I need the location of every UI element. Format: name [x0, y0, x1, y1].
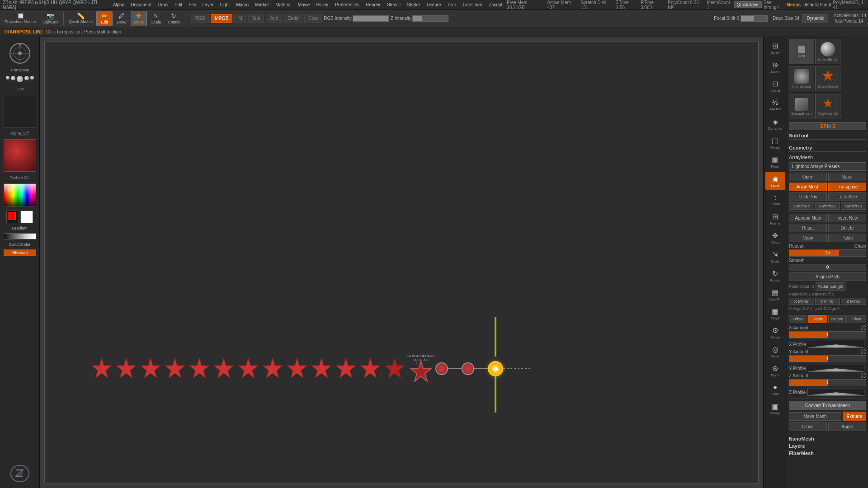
extrude-button[interactable]: Extrude	[843, 412, 866, 421]
solo-button[interactable]: ● Solo	[765, 380, 785, 399]
m-button[interactable]: M	[234, 14, 246, 23]
coat-button[interactable]: Coat	[304, 14, 322, 23]
sphere-brush-thumb[interactable]: SpheraBrush	[815, 39, 840, 64]
menu-layer[interactable]: Layer	[200, 1, 217, 8]
menu-edit[interactable]: Edit	[172, 1, 185, 8]
lock-size-button[interactable]: Lock Size	[828, 192, 866, 201]
y-amount-slider[interactable]: 1	[789, 355, 866, 362]
spit-thumb[interactable]: SPit	[789, 39, 814, 64]
add-button[interactable]: Add	[266, 14, 282, 23]
z-profile-curve[interactable]	[807, 389, 864, 396]
transpose-button[interactable]: Transpose	[828, 183, 866, 191]
menu-draw[interactable]: Draw	[155, 1, 171, 8]
z-mirror-button[interactable]: Z Mirror	[841, 298, 866, 305]
smooth-slider[interactable]: 0	[789, 264, 866, 271]
actual-button[interactable]: ⊡ Actual	[765, 77, 785, 95]
menu-preferences[interactable]: Preferences	[332, 1, 362, 8]
primary-color-swatch[interactable]	[6, 211, 19, 223]
convert-to-nanomesh-button[interactable]: Convert To NanoMesh	[789, 401, 866, 410]
scale-icon-button[interactable]: ⇲ Scale	[765, 248, 785, 266]
move-icon-button[interactable]: ✥ Move	[765, 229, 785, 247]
menu-picker[interactable]: Picker	[313, 1, 331, 8]
delete-button[interactable]: Delete	[828, 224, 866, 232]
append-new-button[interactable]: Append New	[789, 214, 827, 222]
foreground-color[interactable]	[8, 212, 16, 220]
menu-document[interactable]: Document	[128, 1, 154, 8]
open-button[interactable]: Open	[789, 173, 827, 181]
menu-tool[interactable]: Tool	[445, 1, 458, 8]
dynamic-button[interactable]: Dynamic	[802, 14, 828, 23]
lock-pos-button[interactable]: Lock Pos	[789, 192, 827, 201]
switch-xz-button[interactable]: SwitchXZ	[815, 202, 840, 210]
make-mesh-button[interactable]: Make Mesh	[789, 412, 841, 421]
alpha-brush-thumb[interactable]: AlphaBrush	[789, 66, 814, 91]
scale-tab[interactable]: Scale	[808, 315, 827, 323]
save-button[interactable]: Save	[828, 173, 866, 181]
y-mirror-button[interactable]: Y Mirror	[815, 298, 840, 305]
insert-new-button[interactable]: Insert New	[828, 214, 866, 222]
floor-button[interactable]: ▦ Floor	[765, 153, 785, 171]
paste-button[interactable]: Paste	[828, 234, 866, 242]
switch-yz-button[interactable]: SwitchYZ	[841, 202, 866, 210]
lightbox-button[interactable]: 📷 LightBox	[40, 11, 61, 26]
local-button[interactable]: ◉ Local	[765, 172, 785, 190]
scale-button[interactable]: ⇲ Scale	[148, 11, 164, 26]
transpose-widget[interactable]	[7, 41, 33, 66]
x-profile-curve[interactable]	[808, 341, 864, 348]
gradient-bar[interactable]	[4, 233, 36, 239]
quick-sketch-button[interactable]: ✏️ Quick Sketch	[66, 11, 95, 26]
x-mirror-button[interactable]: X Mirror	[789, 298, 814, 305]
menu-movie[interactable]: Movie	[295, 1, 313, 8]
close-button[interactable]: Close	[789, 422, 827, 431]
canvas-inner[interactable]: STAGE REPEAT 000 0000	[44, 42, 759, 483]
texture-preview[interactable]	[4, 139, 36, 172]
mrgb-button[interactable]: MRGB	[211, 14, 232, 23]
rotate-tab[interactable]: Rotate	[828, 315, 847, 323]
dynamic-button[interactable]: ◈ Dynamic	[765, 115, 785, 133]
x-amount-circle[interactable]: ○	[861, 325, 866, 330]
menu-zscript[interactable]: Zscript	[486, 1, 505, 8]
canvas-area[interactable]: STAGE REPEAT 000 0000	[40, 37, 763, 488]
aahalf-button[interactable]: ½ AAHalf	[765, 96, 785, 114]
focal-shift-slider[interactable]	[741, 15, 768, 22]
y-profile-curve[interactable]	[808, 365, 864, 372]
rotate-button[interactable]: ↻ Rotate	[165, 11, 183, 26]
transpose-dot-active[interactable]	[488, 361, 503, 376]
reset-button[interactable]: Reset	[789, 224, 827, 232]
draw-button[interactable]: 🖊 Draw	[113, 11, 130, 26]
z-amount-slider[interactable]: 1	[789, 379, 866, 386]
setup-button[interactable]: ⚙ Setup	[765, 324, 785, 342]
x-amount-slider[interactable]: 1	[789, 331, 866, 338]
offset-tab[interactable]: Offset	[789, 315, 807, 323]
edit-button[interactable]: ✏ Edit	[96, 11, 113, 26]
rgb-button[interactable]: RGB	[191, 14, 209, 23]
move-button[interactable]: ✥ Move	[131, 11, 147, 26]
menu-light[interactable]: Light	[217, 1, 233, 8]
z-amount-circle[interactable]: ○	[861, 373, 866, 378]
secondary-color-swatch[interactable]	[20, 211, 33, 223]
gyro-button[interactable]: ◎ Gyro	[765, 343, 785, 361]
repeat-slider[interactable]: 15	[789, 249, 866, 257]
align-to-path-button[interactable]: AlignToPath	[789, 272, 866, 281]
copy-button[interactable]: Copy	[789, 234, 827, 242]
scroll-button[interactable]: ⊞ Scroll	[765, 39, 785, 57]
angle-button[interactable]: Angle	[828, 422, 866, 431]
menu-render[interactable]: Render	[363, 1, 383, 8]
menu-texture[interactable]: Texture	[424, 1, 444, 8]
group-button[interactable]: ▣ Group	[765, 399, 785, 418]
menu-stroke[interactable]: Stroke	[404, 1, 423, 8]
alpha-preview[interactable]	[4, 95, 36, 127]
menu-alpha[interactable]: Alpha	[110, 1, 127, 8]
quick-save-button[interactable]: QuickSave	[734, 1, 762, 8]
alternate-button[interactable]: Alternate	[4, 249, 36, 256]
simple-brush-thumb[interactable]: SimpleBrush	[815, 66, 840, 91]
zadd-button[interactable]: Zadd	[284, 14, 302, 23]
color-picker[interactable]	[4, 183, 36, 207]
polyf-button[interactable]: ▦ PolyF	[765, 305, 785, 323]
pattern-length-button[interactable]: PatternLength	[816, 282, 846, 291]
menu-stencil[interactable]: Stencil	[384, 1, 403, 8]
frame-button[interactable]: ⊞ Frame	[765, 210, 785, 228]
transpose-dot-start[interactable]	[435, 362, 448, 375]
zoom-button[interactable]: ⊕ Zoom	[765, 58, 785, 76]
transpose-dot-mid[interactable]	[462, 362, 474, 375]
